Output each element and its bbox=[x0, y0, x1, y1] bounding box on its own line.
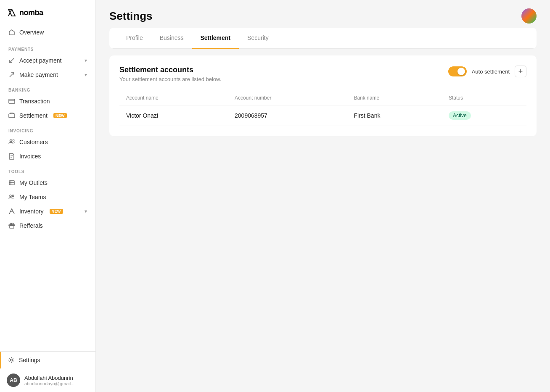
tab-settlement[interactable]: Settlement bbox=[192, 28, 239, 49]
settings-label: Settings bbox=[19, 357, 40, 363]
invoices-label: Invoices bbox=[19, 153, 41, 160]
make-payment-label: Make payment bbox=[19, 71, 58, 78]
customers-label: Customers bbox=[19, 139, 48, 145]
svg-rect-17 bbox=[10, 226, 14, 228]
cell-bank-name: First Bank bbox=[347, 105, 442, 126]
tools-section-label: TOOLS bbox=[0, 163, 95, 176]
col-status: Status bbox=[442, 91, 526, 105]
auto-settlement-toggle[interactable] bbox=[448, 66, 467, 76]
settlement-nav-label: Settlement bbox=[19, 112, 48, 119]
outlets-icon bbox=[8, 179, 15, 186]
sidebar-item-settlement[interactable]: Settlement NEW bbox=[4, 108, 91, 123]
add-account-button[interactable]: + bbox=[515, 66, 526, 77]
tabs-container: Profile Business Settlement Security bbox=[109, 28, 537, 49]
customers-icon bbox=[8, 139, 15, 145]
page-title: Settings bbox=[109, 10, 153, 23]
settings-icon bbox=[8, 357, 15, 363]
inventory-icon bbox=[8, 208, 15, 215]
col-bank-name: Bank name bbox=[347, 91, 442, 105]
sidebar-item-settings[interactable]: Settings bbox=[0, 352, 95, 368]
svg-point-6 bbox=[10, 140, 12, 142]
invoicing-section-label: INVOICING bbox=[0, 123, 95, 135]
user-avatar: AB bbox=[7, 374, 20, 387]
cell-status: Active bbox=[442, 105, 526, 126]
sidebar-item-overview[interactable]: Overview bbox=[4, 25, 91, 39]
status-badge: Active bbox=[449, 111, 471, 120]
svg-rect-3 bbox=[9, 99, 15, 103]
sidebar-item-overview-label: Overview bbox=[19, 29, 44, 36]
logo-text: nomba bbox=[19, 8, 43, 17]
sidebar-user[interactable]: AB Abdullahi Abodunrin abodunrindayo@gma… bbox=[0, 368, 95, 392]
settlement-actions: Auto settlement + bbox=[448, 66, 526, 77]
table-body: Victor Onazi 2009068957 First Bank Activ… bbox=[119, 105, 526, 126]
col-account-name: Account name bbox=[119, 91, 228, 105]
user-info: Abdullahi Abodunrin abodunrindayo@gmail.… bbox=[24, 375, 74, 386]
svg-point-7 bbox=[13, 139, 14, 141]
teams-icon bbox=[8, 194, 15, 200]
settlement-new-badge: NEW bbox=[53, 113, 67, 118]
main-content: Settings Profile Business Settlement Sec… bbox=[96, 0, 550, 392]
sidebar-item-transaction[interactable]: Transaction bbox=[4, 94, 91, 108]
my-outlets-label: My Outlets bbox=[19, 179, 48, 186]
sidebar-logo[interactable]: nomba bbox=[0, 0, 95, 24]
settlement-subtitle: Your settlement accounts are listed belo… bbox=[119, 76, 221, 82]
settlement-title: Settlement accounts bbox=[119, 66, 221, 74]
accept-payment-label: Accept payment bbox=[19, 57, 61, 64]
table-row: Victor Onazi 2009068957 First Bank Activ… bbox=[119, 105, 526, 126]
payments-nav: Accept payment ▾ Make payment ▾ bbox=[0, 53, 95, 82]
home-icon bbox=[8, 29, 15, 36]
toggle-knob bbox=[457, 68, 465, 75]
main-header: Settings bbox=[96, 0, 550, 28]
arrow-down-left-icon bbox=[8, 57, 15, 64]
nomba-logo-icon bbox=[7, 8, 17, 18]
settlement-icon bbox=[8, 112, 15, 119]
refferals-label: Refferals bbox=[19, 222, 43, 229]
inventory-new-badge: NEW bbox=[50, 209, 63, 214]
header-user-avatar[interactable] bbox=[521, 8, 537, 24]
transaction-label: Transaction bbox=[19, 98, 50, 105]
col-account-number: Account number bbox=[228, 91, 347, 105]
settlement-section: Settlement accounts Your settlement acco… bbox=[109, 55, 537, 136]
banking-nav: Transaction Settlement NEW bbox=[0, 94, 95, 123]
cell-account-number: 2009068957 bbox=[228, 105, 347, 126]
transaction-icon bbox=[8, 98, 15, 105]
settlement-title-group: Settlement accounts Your settlement acco… bbox=[119, 66, 221, 82]
svg-rect-5 bbox=[9, 114, 15, 118]
sidebar-item-inventory[interactable]: Inventory NEW ▾ bbox=[4, 204, 91, 218]
svg-point-14 bbox=[12, 195, 14, 197]
sidebar-item-my-teams[interactable]: My Teams bbox=[4, 190, 91, 204]
table-header-row: Account name Account number Bank name St… bbox=[119, 91, 526, 105]
make-payment-chevron: ▾ bbox=[85, 72, 87, 78]
sidebar-item-make-payment[interactable]: Make payment ▾ bbox=[4, 68, 91, 82]
sidebar-item-customers[interactable]: Customers bbox=[4, 135, 91, 149]
payments-section-label: PAYMENTS bbox=[0, 41, 95, 53]
auto-settlement-label: Auto settlement bbox=[472, 68, 510, 75]
accept-payment-chevron: ▾ bbox=[85, 58, 87, 63]
sidebar-item-accept-payment[interactable]: Accept payment ▾ bbox=[4, 53, 91, 68]
inventory-chevron: ▾ bbox=[85, 208, 87, 214]
sidebar: nomba Overview PAYMENTS Accept payment ▾… bbox=[0, 0, 96, 392]
nav-overview-section: Overview bbox=[0, 24, 95, 41]
svg-line-1 bbox=[10, 58, 14, 63]
settlement-header: Settlement accounts Your settlement acco… bbox=[119, 66, 526, 82]
gift-icon bbox=[8, 222, 15, 229]
invoicing-nav: Customers Invoices bbox=[0, 135, 95, 163]
tab-security[interactable]: Security bbox=[239, 28, 277, 49]
tab-profile[interactable]: Profile bbox=[118, 28, 151, 49]
svg-rect-10 bbox=[9, 181, 14, 185]
sidebar-item-my-outlets[interactable]: My Outlets bbox=[4, 176, 91, 190]
svg-point-13 bbox=[10, 195, 11, 197]
table-header: Account name Account number Bank name St… bbox=[119, 91, 526, 105]
sidebar-bottom: Settings AB Abdullahi Abodunrin abodunri… bbox=[0, 351, 95, 392]
invoices-icon bbox=[8, 153, 15, 160]
sidebar-item-invoices[interactable]: Invoices bbox=[4, 149, 91, 163]
arrow-up-right-icon bbox=[8, 71, 15, 78]
banking-section-label: BANKING bbox=[0, 82, 95, 94]
accounts-table: Account name Account number Bank name St… bbox=[119, 91, 526, 126]
cell-account-name: Victor Onazi bbox=[119, 105, 228, 126]
settings-tabs-card: Profile Business Settlement Security bbox=[109, 28, 537, 49]
user-email: abodunrindayo@gmail... bbox=[24, 381, 74, 386]
tools-nav: My Outlets My Teams Inventory NEW ▾ bbox=[0, 176, 95, 233]
sidebar-item-refferals[interactable]: Refferals bbox=[4, 218, 91, 233]
tab-business[interactable]: Business bbox=[151, 28, 192, 49]
